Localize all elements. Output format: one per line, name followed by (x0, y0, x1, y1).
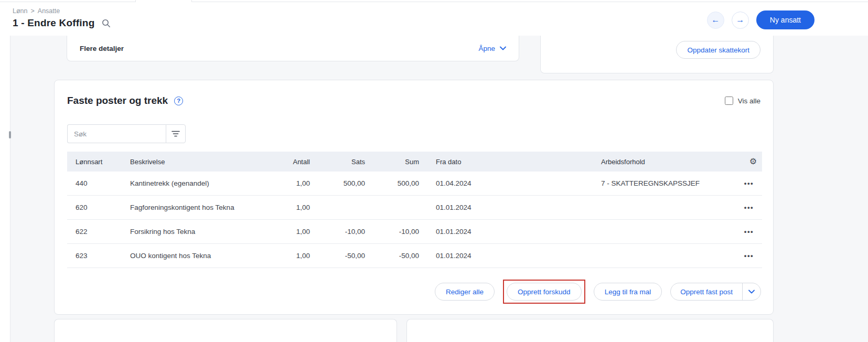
cell-beskrivelse: Forsikring hos Tekna (130, 228, 266, 236)
bottom-card-right (406, 319, 774, 342)
breadcrumb-separator: > (31, 7, 35, 15)
show-all-checkbox[interactable] (725, 97, 733, 105)
cell-antall: 1,00 (266, 252, 316, 260)
new-employee-button[interactable]: Ny ansatt (756, 10, 815, 29)
cell-sum: -10,00 (371, 228, 425, 236)
fixed-posts-title-row: Faste poster og trekk ? (67, 95, 183, 106)
page-title-row: 1 - Endre Koffing (13, 17, 111, 29)
create-fixed-post-dropdown-toggle[interactable] (742, 283, 760, 300)
show-all-label: Vis alle (738, 97, 760, 105)
previous-employee-button[interactable]: ← (707, 12, 724, 29)
breadcrumb-ansatte[interactable]: Ansatte (38, 7, 60, 15)
rail-handle[interactable] (9, 131, 11, 138)
col-header-antall: Antall (266, 158, 316, 166)
table-settings-gear-icon[interactable]: ⚙ (749, 157, 757, 166)
col-header-sum: Sum (371, 158, 425, 166)
filter-button[interactable] (166, 124, 186, 143)
table-search-group (67, 124, 186, 143)
cell-beskrivelse: OUO kontigent hos Tekna (130, 252, 266, 260)
col-header-lonnsart: Lønnsart (67, 158, 130, 166)
cell-sats: 500,00 (316, 179, 371, 187)
top-divider-left (0, 2, 135, 2)
breadcrumb-lonn[interactable]: Lønn (13, 7, 28, 15)
next-employee-button[interactable]: → (732, 12, 749, 29)
cell-sats: -50,00 (316, 252, 371, 260)
col-header-beskrivelse: Beskrivelse (130, 158, 266, 166)
back-arrow-icon: ← (711, 15, 720, 25)
show-all-control: Vis alle (725, 97, 760, 105)
cell-sum: 500,00 (371, 179, 425, 187)
cell-fra-dato: 01.01.2024 (425, 228, 591, 236)
create-fixed-post-button[interactable]: Opprett fast post (671, 283, 742, 300)
update-tax-card-button[interactable]: Oppdater skattekort (676, 41, 760, 59)
help-glyph: ? (177, 98, 180, 104)
row-more-actions-button[interactable]: ••• (741, 177, 757, 189)
top-tab-notch-right (191, 0, 192, 2)
table-row[interactable]: 440 Kantinetrekk (egenandel) 1,00 500,00… (67, 172, 762, 196)
page-title: 1 - Endre Koffing (13, 17, 94, 29)
cell-sum: -50,00 (371, 252, 425, 260)
row-more-actions-button[interactable]: ••• (741, 250, 757, 262)
top-header: Lønn > Ansatte 1 - Endre Koffing ← → Ny … (0, 0, 868, 36)
table-row[interactable]: 622 Forsikring hos Tekna 1,00 -10,00 -10… (67, 220, 762, 244)
cell-lonnsart: 622 (67, 228, 130, 236)
search-icon[interactable] (102, 19, 111, 28)
table-header-row: Lønnsart Beskrivelse Antall Sats Sum Fra… (67, 152, 762, 172)
left-rail (0, 36, 10, 342)
filter-icon (172, 131, 180, 137)
table-actions-row: Rediger alle Opprett forskudd Legg til f… (435, 280, 761, 304)
cell-antall: 1,00 (266, 204, 316, 211)
cell-fra-dato: 01.04.2024 (425, 179, 591, 187)
header-actions: ← → Ny ansatt (707, 10, 815, 29)
open-details-toggle[interactable]: Åpne (478, 45, 506, 52)
table-body: 440 Kantinetrekk (egenandel) 1,00 500,00… (67, 172, 762, 268)
cell-antall: 1,00 (266, 228, 316, 236)
breadcrumb: Lønn > Ansatte (13, 7, 60, 15)
table-search-input[interactable] (67, 124, 166, 143)
chevron-down-icon (748, 290, 755, 294)
cell-fra-dato: 01.01.2024 (425, 252, 591, 260)
cell-arbeidsforhold: 7 - SKATTEREGNSKAPSSJEF (591, 179, 735, 187)
create-advance-button[interactable]: Opprett forskudd (507, 283, 582, 301)
edit-all-button[interactable]: Rediger alle (435, 283, 495, 301)
top-tab-notch-left (135, 0, 136, 2)
cell-lonnsart: 440 (67, 179, 130, 187)
open-label: Åpne (478, 45, 495, 52)
fixed-posts-card: Faste poster og trekk ? Vis alle Lønnsar… (54, 80, 774, 315)
cell-beskrivelse: Fagforeningskontigent hos Tekna (130, 204, 266, 211)
more-details-label: Flere detaljer (80, 45, 124, 52)
cell-lonnsart: 623 (67, 252, 130, 260)
tax-card: Oppdater skattekort (540, 36, 774, 73)
top-divider-right (191, 2, 868, 2)
cell-lonnsart: 620 (67, 204, 130, 211)
col-header-sats: Sats (316, 158, 371, 166)
table-row[interactable]: 623 OUO kontigent hos Tekna 1,00 -50,00 … (67, 244, 762, 268)
col-header-arbeidsforhold: Arbeidsforhold (591, 158, 735, 166)
forward-arrow-icon: → (736, 15, 744, 25)
add-from-template-button[interactable]: Legg til fra mal (594, 283, 662, 301)
create-fixed-post-split-button: Opprett fast post (670, 283, 761, 301)
red-highlight-annotation: Opprett forskudd (503, 280, 585, 304)
row-more-actions-button[interactable]: ••• (741, 201, 757, 213)
screen: Lønn > Ansatte 1 - Endre Koffing ← → Ny … (0, 0, 868, 342)
cell-beskrivelse: Kantinetrekk (egenandel) (130, 179, 266, 187)
col-header-fra-dato: Fra dato (425, 158, 591, 166)
cell-sats: -10,00 (316, 228, 371, 236)
cell-fra-dato: 01.01.2024 (425, 204, 591, 211)
cell-antall: 1,00 (266, 179, 316, 187)
fixed-posts-table: Lønnsart Beskrivelse Antall Sats Sum Fra… (67, 152, 762, 268)
help-icon[interactable]: ? (174, 97, 183, 105)
more-details-card: Flere detaljer Åpne (67, 36, 519, 61)
bottom-card-left (54, 319, 397, 342)
chevron-down-icon (500, 46, 506, 50)
fixed-posts-title: Faste poster og trekk (67, 95, 168, 106)
table-row[interactable]: 620 Fagforeningskontigent hos Tekna 1,00… (67, 196, 762, 220)
row-more-actions-button[interactable]: ••• (741, 226, 757, 238)
